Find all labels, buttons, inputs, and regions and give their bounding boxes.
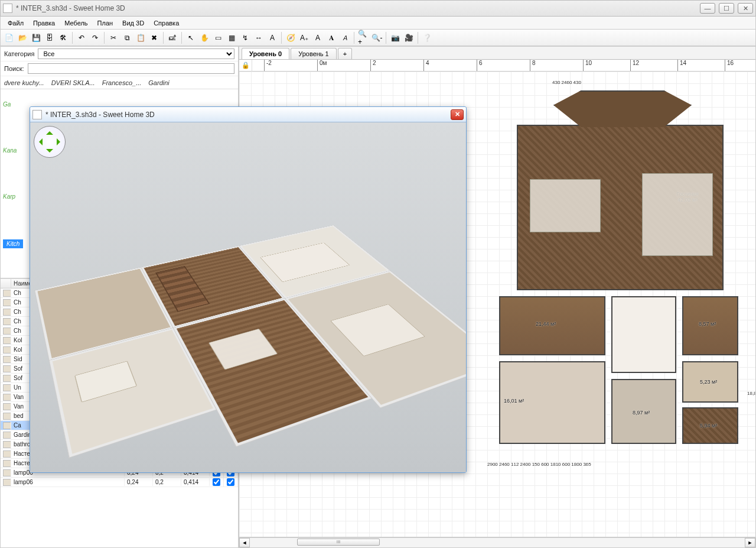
scroll-track[interactable]: III [250,538,745,547]
ruler-tick: 2 [370,60,376,71]
scroll-right-button[interactable]: ► [745,538,755,547]
app-icon [3,4,12,13]
menu-bar: ФайлПравкаМебельПланВид 3DСправка [0,17,756,30]
help-icon[interactable]: ❔ [421,32,433,44]
room-b[interactable] [611,296,676,373]
window-titlebar: * INTER_3.sh3d - Sweet Home 3D — ☐ ✕ [0,0,756,17]
3d-window-titlebar[interactable]: * INTER_3.sh3d - Sweet Home 3D ✕ [30,107,466,122]
scroll-thumb[interactable]: III [297,539,380,546]
3d-window-close-button[interactable]: ✕ [451,109,464,120]
menu-План[interactable]: План [93,18,118,28]
video-icon[interactable]: 🎥 [403,32,415,44]
close-button[interactable]: ✕ [738,3,753,14]
visible-checkbox[interactable] [213,478,220,486]
floorplan[interactable]: Гостиная 42,02 м² 21,44 м² 8,57 м² 16,01… [464,83,747,485]
prefs-icon[interactable]: 🛠 [57,32,69,44]
room-g[interactable]: 5,94 м² [682,407,738,444]
3d-nav-compass[interactable] [34,126,66,158]
ruler-tick: 16 [725,60,734,71]
polyline-tool-icon[interactable]: ↯ [239,32,251,44]
undo-icon[interactable]: ↶ [76,32,87,44]
cut-icon[interactable]: ✂ [107,32,119,44]
ruler-tick: 0м [317,60,327,71]
zoom-in-icon[interactable]: 🔍+ [357,32,369,44]
room-tool-icon[interactable]: ▦ [226,32,237,44]
text-tool-icon[interactable]: A [266,32,278,44]
save-as-icon[interactable]: 🗄 [44,32,56,44]
main-toolbar: 📄📂💾🗄🛠↶↷✂⧉📋✖🛋↖✋▭▦↯↔A🧭A₊A𝐀𝘈🔍+🔍-📷🎥❔ [0,30,756,46]
3d-viewport[interactable] [30,122,466,472]
catalog-item[interactable]: Karp [3,193,15,200]
lock-icon[interactable]: 🔒 [239,60,252,72]
extra-checkbox[interactable] [227,478,234,486]
italic-icon[interactable]: 𝘈 [339,32,351,44]
3d-view-window[interactable]: * INTER_3.sh3d - Sweet Home 3D ✕ [30,106,467,473]
minimize-button[interactable]: — [700,3,715,14]
ruler-tick: 8 [530,60,536,71]
wall-tool-icon[interactable]: ▭ [212,32,224,44]
ruler-tick: 4 [423,60,429,71]
ruler-tick: -2 [264,60,272,71]
menu-Правка[interactable]: Правка [28,18,60,28]
menu-Вид 3D[interactable]: Вид 3D [118,18,149,28]
level-tabs: Уровень 0Уровень 1+ [239,47,755,60]
category-label: Категория [4,50,34,57]
search-input[interactable] [28,63,234,74]
copy-icon[interactable]: ⧉ [121,32,133,44]
room-d[interactable]: 16,01 м² [499,361,605,444]
search-label: Поиск: [4,65,24,72]
level-tab[interactable]: Уровень 1 [291,48,337,59]
catalog-item[interactable]: Ga [3,101,11,108]
bold-icon[interactable]: 𝐀 [325,32,337,44]
room-e[interactable]: 8,97 м² [611,379,676,444]
3d-window-title: * INTER_3.sh3d - Sweet Home 3D [45,111,451,119]
ruler-tick: 6 [477,60,483,71]
save-icon[interactable]: 💾 [30,32,42,44]
select-tool-icon[interactable]: ↖ [185,32,197,44]
3d-window-icon [32,110,42,119]
room-c[interactable]: 8,57 м² [682,296,738,355]
delete-icon[interactable]: ✖ [148,32,160,44]
room-f[interactable]: 5,23 м² [682,361,738,403]
catalog-category[interactable]: Gardini [148,79,169,86]
zoom-out-icon[interactable]: 🔍- [371,32,383,44]
window-title: * INTER_3.sh3d - Sweet Home 3D [16,4,700,12]
text-style-icon[interactable]: A [312,32,324,44]
paste-icon[interactable]: 📋 [135,32,146,44]
catalog-category[interactable]: dvere kuchy... [4,79,44,86]
compass-icon[interactable]: 🧭 [285,32,296,44]
horizontal-ruler: 🔒 -20м246810121416 [239,60,755,72]
add-level-button[interactable]: + [338,48,352,59]
menu-Справка[interactable]: Справка [149,18,184,28]
catalog-category-strip[interactable]: dvere kuchy...DVERI SKLA...Francesco_...… [1,76,238,89]
photo-icon[interactable]: 📷 [389,32,401,44]
table-row[interactable]: lamp060,240,20,414 [1,478,238,487]
open-icon[interactable]: 📂 [17,32,28,44]
ruler-tick: 14 [677,60,686,71]
horizontal-scrollbar[interactable]: ◄ III ► [239,537,756,548]
menu-Мебель[interactable]: Мебель [60,18,92,28]
level-tab[interactable]: Уровень 0 [242,48,289,59]
catalog-category[interactable]: DVERI SKLA... [51,79,95,86]
scroll-left-button[interactable]: ◄ [239,538,250,547]
redo-icon[interactable]: ↷ [89,32,101,44]
pan-tool-icon[interactable]: ✋ [198,32,210,44]
add-furniture-icon[interactable]: 🛋 [167,32,178,44]
catalog-category[interactable]: Francesco_... [102,79,142,86]
catalog-item[interactable]: Kana [3,147,17,154]
category-select[interactable]: Все [38,48,234,59]
ruler-tick: 10 [583,60,592,71]
maximize-button[interactable]: ☐ [719,3,734,14]
ruler-tick: 12 [630,60,639,71]
text-add-icon[interactable]: A₊ [298,32,310,44]
room-gostinaya[interactable]: Гостиная 42,02 м² [517,125,724,290]
menu-Файл[interactable]: Файл [3,18,28,28]
room-a[interactable]: 21,44 м² [499,296,605,355]
dimension-tool-icon[interactable]: ↔ [253,32,265,44]
catalog-item[interactable]: Kitch [3,239,23,248]
new-file-icon[interactable]: 📄 [3,32,15,44]
